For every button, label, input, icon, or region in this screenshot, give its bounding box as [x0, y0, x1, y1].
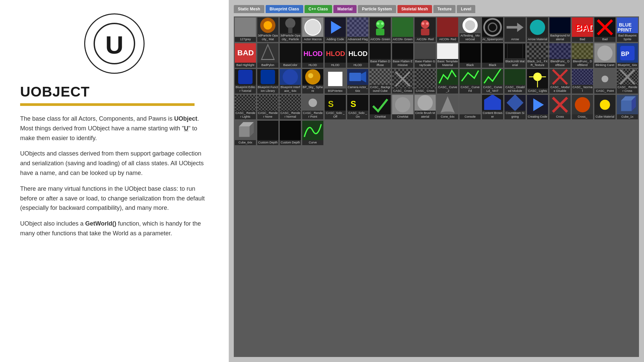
asset-base-flatten-diffuse[interactable]: Base Flatten Diffuse	[369, 43, 391, 68]
asset-circle-brush-material[interactable]: Circle Brush Material	[414, 95, 436, 120]
svg-marker-68	[533, 98, 544, 111]
asset-cube-material[interactable]: Cube Material	[594, 95, 616, 120]
asset-cinemat[interactable]: CineMat	[392, 95, 414, 120]
asset-curve[interactable]: Curve	[302, 120, 324, 145]
tab-bar: Static Mesh Blueprint Class C++ Class Ma…	[234, 5, 639, 13]
asset-casc-curve2[interactable]: CASC_ Curve_2	[437, 69, 459, 94]
asset-blueprint-interface[interactable]: Blueprint Interface_ 64x	[279, 69, 301, 94]
asset-casc-bg-cube[interactable]: CASC_ Background Cube	[369, 69, 391, 94]
tab-cpp-class[interactable]: C++ Class	[305, 5, 332, 13]
tab-level[interactable]: Level	[457, 5, 475, 13]
asset-3dparticle-opacity-particle[interactable]: 3dParticle Opacity_ Particle	[279, 17, 301, 42]
svg-rect-76	[239, 126, 250, 137]
asset-casc-render-lights[interactable]: CASC_ Render Lights	[234, 95, 256, 120]
asset-casc-render-none[interactable]: CASC_ Render None	[257, 95, 279, 120]
asset-black-2[interactable]: Black	[482, 43, 503, 68]
asset-base-flatten-emissive[interactable]: Base Flatten Emissive	[392, 43, 414, 68]
logo-container: U	[20, 13, 209, 74]
asset-hlod-red[interactable]: HLOD HLOD	[324, 43, 346, 68]
asset-cone-64x[interactable]: Cone_64x	[437, 95, 459, 120]
asset-custom-depth-1[interactable]: Custom Depth	[257, 120, 279, 145]
tab-static-mesh[interactable]: Static Mesh	[234, 5, 264, 13]
asset-casc-solo-on[interactable]: S CASC_Solo _On	[347, 95, 369, 120]
asset-casc-normal[interactable]: CASC_ Normal	[572, 69, 593, 94]
svg-text:S: S	[328, 99, 334, 109]
asset-3dparticle-opacity-mat[interactable]: 3dParticle Opacity_ Mat	[257, 17, 279, 42]
asset-bad-red[interactable]: BADBAD Bad	[572, 17, 593, 42]
svg-point-50	[533, 72, 542, 81]
svg-point-22	[530, 19, 545, 35]
asset-aicon-green-robot[interactable]: AICON- Green	[369, 17, 391, 42]
asset-casc-cross-2[interactable]: CASC_ Cross	[414, 69, 436, 94]
asset-aicon-red[interactable]: AICON- Red	[437, 17, 459, 42]
svg-text:HLOD: HLOD	[326, 50, 345, 57]
asset-adding-code[interactable]: Adding Code	[324, 17, 346, 42]
asset-casc-curvefd[interactable]: CASC_ CurveFd	[459, 69, 481, 94]
tab-material[interactable]: Material	[333, 5, 357, 13]
asset-custom-depth-2[interactable]: Custom Depth	[279, 120, 301, 145]
asset-bad-highlight[interactable]: BAD Bad Highlight	[234, 43, 256, 68]
asset-black-1[interactable]: Black	[459, 43, 481, 68]
svg-rect-40	[238, 70, 253, 84]
asset-console[interactable]: Console	[459, 95, 481, 120]
asset-bp-sky-sphere[interactable]: BP_Sky_ Sphere	[302, 69, 324, 94]
asset-cube-1x[interactable]: Cube_1x	[616, 95, 638, 120]
asset-aitesting-movegoal[interactable]: AITesting_ MoveGoal	[459, 17, 481, 42]
asset-casc-render-point[interactable]: CASC_ Render Point	[302, 95, 324, 120]
asset-content-browser[interactable]: Content Browser	[482, 95, 503, 120]
svg-point-18	[465, 20, 475, 31]
asset-cross-orange[interactable]: Cross_	[572, 95, 593, 120]
asset-aicon-green[interactable]: AICON- Green	[392, 17, 414, 42]
asset-blendfunc-defblend[interactable]: BlendFunc_ DefBlend	[572, 43, 593, 68]
asset-countdown-signing[interactable]: Countdown Signing	[504, 95, 526, 120]
asset-basecolor[interactable]: BaseColor	[279, 43, 301, 68]
asset-bspvertex[interactable]: BSPVertex	[324, 69, 346, 94]
tab-particle-system[interactable]: Particle System	[358, 5, 396, 13]
asset-casc-render-normal[interactable]: CASC_ Render Normal	[279, 95, 301, 120]
asset-blendfunc-defbase[interactable]: BlendFunc_ DefBase	[549, 43, 571, 68]
asset-casc-disabled-module[interactable]: CASC_ Disabled Module	[504, 69, 526, 94]
asset-camera-actor[interactable]: Camera Actor_64x	[347, 69, 369, 94]
asset-hlod-pink[interactable]: HLOD HLOD	[302, 43, 324, 68]
svg-point-62	[395, 97, 410, 112]
svg-text:HLOD: HLOD	[304, 50, 323, 57]
asset-blackunlit[interactable]: BlackUnlit Material	[504, 43, 526, 68]
asset-check-material[interactable]: CineMat	[369, 95, 391, 120]
tab-texture[interactable]: Texture	[433, 5, 455, 13]
asset-casc-point[interactable]: CASC_ Point	[594, 69, 616, 94]
svg-marker-30	[262, 45, 274, 59]
asset-cube-64x[interactable]: Cube_64x	[234, 120, 256, 145]
asset-ai-spawnpoint[interactable]: AI_Spawnpoint	[482, 17, 503, 42]
asset-background-material[interactable]: Background Material	[549, 17, 571, 42]
asset-casc-cross-1[interactable]: CASC_ Cross	[392, 69, 414, 94]
asset-casc-render-cross[interactable]: CASC_ Render Cross	[616, 69, 638, 94]
asset-advanced-flag[interactable]: Advanced Flag	[347, 17, 369, 42]
asset-blueprint-64x[interactable]: BP Blueprint_ 64x	[616, 43, 638, 68]
asset-blueprint-function-library[interactable]: Blueprint Function Library	[257, 69, 279, 94]
tab-blueprint-class[interactable]: Blueprint Class	[266, 5, 303, 13]
asset-bad-x[interactable]: Bad	[594, 17, 616, 42]
svg-point-7	[305, 19, 320, 35]
svg-line-32	[268, 45, 274, 59]
asset-creating-code[interactable]: Creating Code	[527, 95, 548, 120]
asset-actor-macros[interactable]: Actor Macros	[302, 17, 324, 42]
asset-casc-curveld-mat[interactable]: CASC_ CurveLd_ MAT	[482, 69, 503, 94]
asset-arrow[interactable]: Arrow	[504, 17, 526, 42]
asset-127grey[interactable]: 127grey	[234, 17, 256, 42]
asset-aicon-red-robot[interactable]: AICON- Red	[414, 17, 436, 42]
svg-text:BLUE: BLUE	[619, 22, 632, 27]
asset-blinking-caret[interactable]: Blinking Caret	[594, 43, 616, 68]
asset-badpylon[interactable]: BadPylon	[257, 43, 279, 68]
asset-basic-template[interactable]: Basic Template Material	[437, 43, 459, 68]
asset-bad-blueprint-sprite[interactable]: BLUEPRINT Bad Blueprint Sprite	[616, 17, 638, 42]
asset-hlod-white[interactable]: HLOD HLOD	[347, 43, 369, 68]
asset-casc-lights[interactable]: CASC_ Lights	[527, 69, 548, 94]
asset-arrow-material[interactable]: Arrow Material	[527, 17, 548, 42]
tab-skeletal-mesh[interactable]: Skeletal Mesh	[397, 5, 432, 13]
asset-casc-solo-off[interactable]: S CASC_Solo _Off	[324, 95, 346, 120]
asset-casc-module-disable[interactable]: CASC_ Module Disable	[549, 69, 571, 94]
asset-base-flatten-grayscale[interactable]: Base Flatten GrayScale	[414, 43, 436, 68]
asset-black-1x1[interactable]: Black_1x1_ FXR_Texture	[527, 43, 548, 68]
asset-blueprint-editor-tutorial[interactable]: Blueprint Editor Tutorial	[234, 69, 256, 94]
asset-cross-red[interactable]: Cross	[549, 95, 571, 120]
